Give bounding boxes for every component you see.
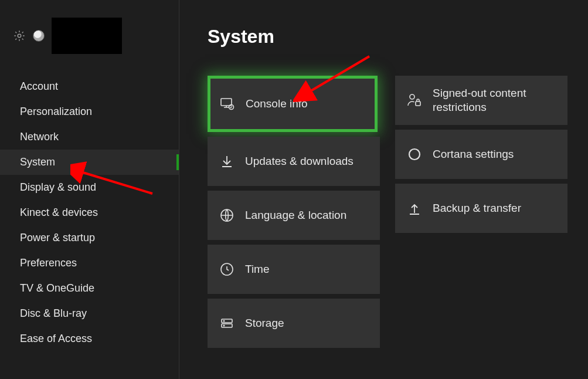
sidebar: Account Personalization Network System D… xyxy=(0,0,179,379)
storage-icon xyxy=(219,316,234,331)
sidebar-item-preferences[interactable]: Preferences xyxy=(0,251,179,276)
tiles-container: Console info Updates & downloads xyxy=(208,76,572,348)
tile-language-location[interactable]: Language & location xyxy=(208,191,380,240)
tile-updates-downloads[interactable]: Updates & downloads xyxy=(208,137,380,186)
svg-point-9 xyxy=(410,94,414,99)
sidebar-header xyxy=(0,18,179,74)
tile-time[interactable]: Time xyxy=(208,245,380,294)
svg-point-0 xyxy=(18,34,21,38)
tiles-col-1: Console info Updates & downloads xyxy=(208,76,380,348)
transfer-icon xyxy=(407,201,422,216)
sidebar-item-power-startup[interactable]: Power & startup xyxy=(0,225,179,251)
sidebar-item-account[interactable]: Account xyxy=(0,74,179,99)
sidebar-item-tv-oneguide[interactable]: TV & OneGuide xyxy=(0,276,179,301)
sidebar-item-kinect-devices[interactable]: Kinect & devices xyxy=(0,200,179,225)
tile-cortana-settings[interactable]: Cortana settings xyxy=(395,130,567,179)
svg-point-7 xyxy=(223,320,224,321)
profile-tile-black xyxy=(52,18,122,54)
globe-icon xyxy=(219,208,234,223)
console-info-icon xyxy=(220,96,235,111)
svg-point-11 xyxy=(409,149,420,160)
page-title: System xyxy=(208,26,572,48)
tile-label: Time xyxy=(245,262,270,276)
tile-signed-out-restrictions[interactable]: Signed-out content restrictions xyxy=(395,76,567,125)
sidebar-item-network[interactable]: Network xyxy=(0,124,179,150)
tile-storage[interactable]: Storage xyxy=(208,299,380,348)
tiles-col-2: Signed-out content restrictions Cortana … xyxy=(395,76,567,348)
tile-label: Signed-out content restrictions xyxy=(433,86,556,114)
download-icon xyxy=(219,154,234,169)
svg-rect-1 xyxy=(221,99,232,106)
avatar[interactable] xyxy=(33,30,45,42)
person-lock-icon xyxy=(407,93,422,108)
sidebar-item-disc-bluray[interactable]: Disc & Blu-ray xyxy=(0,301,179,326)
clock-icon xyxy=(219,262,234,277)
tile-backup-transfer[interactable]: Backup & transfer xyxy=(395,184,567,233)
tile-console-info[interactable]: Console info xyxy=(208,76,378,132)
sidebar-item-display-sound[interactable]: Display & sound xyxy=(0,175,179,200)
main-panel: System Console info xyxy=(179,0,588,379)
sidebar-item-system[interactable]: System xyxy=(0,150,179,175)
sidebar-nav: Account Personalization Network System D… xyxy=(0,74,179,351)
tile-label: Storage xyxy=(245,316,284,330)
gear-icon[interactable] xyxy=(13,29,26,42)
svg-point-8 xyxy=(223,325,224,326)
svg-rect-10 xyxy=(416,101,420,106)
tile-label: Console info xyxy=(246,97,308,111)
sidebar-item-ease-of-access[interactable]: Ease of Access xyxy=(0,326,179,351)
sidebar-item-personalization[interactable]: Personalization xyxy=(0,99,179,124)
tile-label: Cortana settings xyxy=(433,147,514,161)
tile-label: Language & location xyxy=(245,208,346,222)
cortana-icon xyxy=(407,147,422,162)
tile-label: Backup & transfer xyxy=(433,201,521,215)
tile-label: Updates & downloads xyxy=(245,154,354,168)
